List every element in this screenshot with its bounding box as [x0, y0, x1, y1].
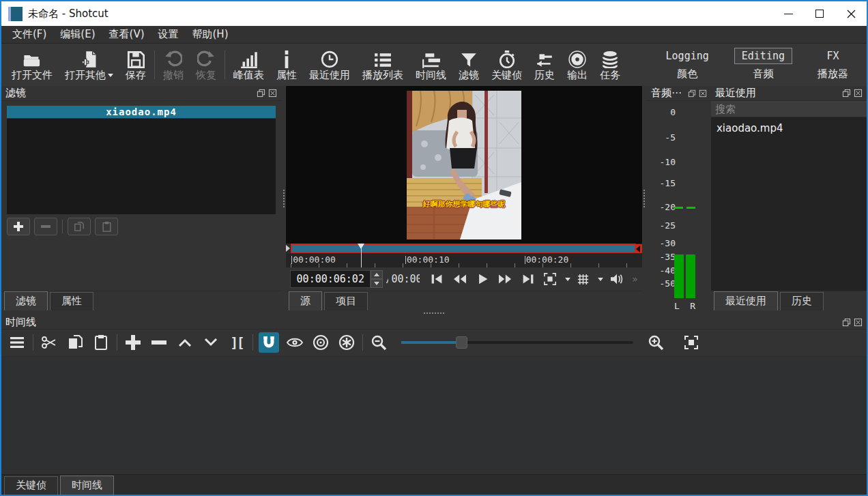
horizontal-splitter[interactable] [1, 310, 867, 315]
copy-button[interactable] [65, 332, 85, 353]
add-filter-button[interactable] [7, 218, 30, 235]
properties-button[interactable]: 属性 [270, 45, 303, 85]
close-button[interactable] [835, 1, 867, 26]
playlist-button[interactable]: 播放列表 [356, 45, 409, 85]
scrubber[interactable] [286, 244, 641, 254]
remove-filter-button[interactable] [34, 218, 57, 235]
layout-editing[interactable]: Editing [734, 48, 792, 64]
vertical-splitter[interactable] [281, 86, 286, 310]
filters-panel: 滤镜 xiaodao.mp4 [1, 86, 281, 310]
snap-toggle-button[interactable] [259, 332, 279, 353]
out-point-marker-icon[interactable] [636, 244, 642, 253]
timeline-zoom-slider[interactable] [401, 341, 633, 344]
timeline-tracks-area[interactable] [1, 355, 867, 474]
paste-icon [94, 334, 108, 351]
paste-filters-button[interactable] [95, 218, 118, 235]
cut-button[interactable] [39, 332, 59, 353]
toolbar-overflow-chevron[interactable]: » [632, 274, 638, 285]
info-icon [283, 48, 291, 68]
paste-button[interactable] [91, 332, 111, 353]
timeline-button[interactable]: 时间线 [409, 45, 452, 85]
layout-color[interactable]: 颜色 [669, 65, 705, 83]
tab-keyframes[interactable]: 关键侦 [4, 476, 58, 495]
close-panel-icon[interactable] [854, 89, 863, 98]
layout-player[interactable]: 播放器 [810, 65, 856, 83]
player-zoom-button[interactable] [541, 272, 559, 286]
undo-button[interactable]: 撤销 [157, 45, 190, 85]
menu-edit[interactable]: 编辑(E) [53, 27, 102, 42]
recent-search-input[interactable] [711, 101, 867, 117]
play-button[interactable] [474, 273, 491, 285]
clock-icon [321, 48, 338, 68]
skip-to-end-button[interactable] [519, 273, 537, 285]
in-point-marker-icon[interactable] [286, 245, 290, 252]
jobs-button[interactable]: 任务 [594, 45, 626, 85]
db-tick: -15 [655, 178, 676, 188]
tab-source[interactable]: 源 [289, 291, 322, 310]
zoom-slider-handle[interactable] [456, 336, 467, 349]
grid-button[interactable] [575, 273, 592, 286]
menu-file[interactable]: 文件(F) [5, 27, 53, 42]
minimize-button[interactable] [772, 1, 804, 26]
overwrite-button[interactable] [201, 332, 221, 353]
maximize-button[interactable] [804, 1, 835, 26]
copy-filters-button[interactable] [68, 218, 91, 235]
filter-list[interactable] [7, 119, 276, 214]
ripple-delete-button[interactable] [149, 332, 169, 353]
history-button[interactable]: 历史 [528, 45, 561, 85]
scrubber-range[interactable] [291, 244, 635, 253]
keyframes-button[interactable]: 关键侦 [485, 45, 528, 85]
timecode-decrement-button[interactable] [371, 279, 383, 288]
playhead[interactable] [361, 244, 362, 267]
close-panel-icon[interactable] [854, 318, 863, 327]
open-file-button[interactable]: 打开文件 [5, 45, 59, 85]
save-button[interactable]: 保存 [119, 45, 152, 85]
position-timecode-input[interactable] [290, 270, 371, 288]
layout-logging[interactable]: Logging [659, 48, 717, 64]
float-panel-icon[interactable] [257, 89, 265, 98]
ripple-all-tracks-button[interactable] [310, 332, 331, 353]
float-panel-icon[interactable] [842, 89, 851, 98]
tab-recent[interactable]: 最近使用 [714, 291, 778, 310]
timeline-menu-button[interactable] [7, 332, 27, 353]
zoom-in-button[interactable] [646, 332, 666, 353]
fast-forward-button[interactable] [495, 273, 515, 285]
menu-help[interactable]: 帮助(H) [186, 27, 235, 42]
ripple-markers-button[interactable] [336, 332, 357, 353]
lift-button[interactable] [175, 332, 195, 353]
grid-dropdown-icon[interactable] [598, 278, 603, 281]
close-panel-icon[interactable] [268, 89, 277, 98]
layout-fx[interactable]: FX [819, 48, 846, 64]
filters-button[interactable]: 滤镜 [452, 45, 485, 85]
tab-project[interactable]: 项目 [324, 292, 368, 310]
zoom-fit-button[interactable] [681, 332, 701, 353]
redo-button[interactable]: 恢复 [190, 45, 222, 85]
layout-audio[interactable]: 音频 [745, 65, 781, 83]
rewind-button[interactable] [450, 273, 470, 285]
tab-properties[interactable]: 属性 [50, 292, 93, 310]
file-plus-icon [81, 48, 98, 68]
zoom-dropdown-icon[interactable] [565, 278, 570, 281]
split-button[interactable]: ][ [227, 332, 247, 353]
recent-button[interactable]: 最近使用 [303, 45, 356, 85]
zoom-out-button[interactable] [368, 332, 389, 353]
peak-meter-button[interactable]: 峰值表 [227, 45, 270, 85]
tab-timeline[interactable]: 时间线 [60, 476, 114, 495]
open-other-button[interactable]: 打开其他 [59, 45, 119, 85]
volume-button[interactable] [607, 273, 626, 285]
vertical-splitter[interactable] [642, 86, 647, 310]
timecode-increment-button[interactable] [371, 270, 383, 279]
recent-item[interactable]: xiaodao.mp4 [715, 120, 863, 136]
float-panel-icon[interactable] [842, 318, 851, 327]
export-button[interactable]: 输出 [561, 45, 594, 85]
tab-filters[interactable]: 滤镜 [4, 291, 48, 310]
filter-actions [1, 214, 281, 239]
close-panel-icon[interactable] [699, 89, 707, 98]
float-panel-icon[interactable] [688, 89, 696, 98]
tab-history[interactable]: 历史 [780, 292, 824, 310]
menu-settings[interactable]: 设置 [151, 27, 186, 42]
append-button[interactable] [123, 332, 143, 353]
skip-to-start-button[interactable] [428, 273, 446, 285]
menu-view[interactable]: 查看(V) [102, 27, 151, 42]
scrub-while-dragging-button[interactable] [285, 332, 305, 353]
